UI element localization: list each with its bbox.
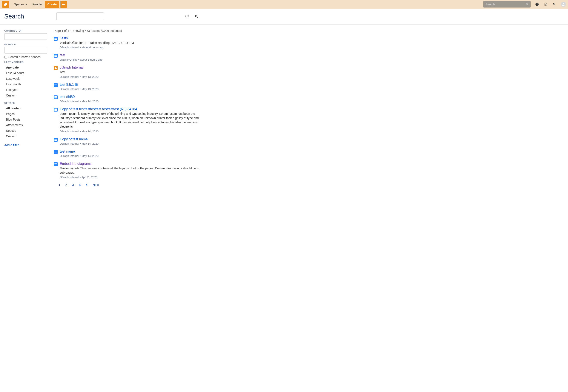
app-logo[interactable] [2,1,9,8]
filter-space-heading: In space [4,43,47,46]
result-snippet: Master layouts This diagram contains all… [60,166,204,175]
result-title-link[interactable]: Copy of test name [60,137,88,141]
filter-type-spaces[interactable]: Spaces [4,128,47,133]
page-icon [54,37,58,41]
search-help-icon[interactable]: ? [185,15,189,18]
search-result: TestsVertical Offset for p: -- Table Han… [54,36,204,49]
result-title-link[interactable]: test [60,53,65,57]
title-bar: Search ? [0,9,568,22]
space-icon [54,66,58,70]
page-title: Search [4,13,24,20]
result-meta: JGraph Internal • Apr 21, 2020 [60,176,204,179]
page-icon [54,108,58,112]
user-avatar[interactable] [561,2,566,7]
filter-type-attach[interactable]: Attachments [4,122,47,128]
filter-modified-heading: Last modified [4,61,47,63]
page-3[interactable]: 3 [72,183,74,187]
top-navigation: Spaces People Create ••• ? [0,0,568,9]
help-button[interactable]: ? [535,2,539,6]
help-icon: ? [535,2,539,6]
search-result: test did80JGraph Internal • May 14, 2020 [54,95,204,103]
bell-icon [553,2,556,6]
filter-sidebar: Contributor In space Search archived spa… [4,29,47,187]
result-snippet: Vertical Offset for p: -- Table Handling… [60,41,204,45]
page-icon [54,54,58,57]
search-result: Embedded diagramsMaster layouts This dia… [54,162,204,179]
archived-checkbox-row[interactable]: Search archived spaces [4,55,47,59]
gear-icon [544,2,548,6]
filter-modified-list: Any date Last 24 hours Last week Last mo… [4,65,47,98]
filter-modified-year[interactable]: Last year [4,87,47,93]
create-more-button[interactable]: ••• [60,1,67,8]
results-list: TestsVertical Offset for p: -- Table Han… [54,36,204,179]
page-1[interactable]: 1 [58,183,60,187]
page-next[interactable]: Next [93,183,99,187]
search-submit-button[interactable] [195,15,198,18]
filter-type-pages[interactable]: Pages [4,111,47,117]
svg-point-5 [563,3,564,4]
page-icon [54,95,58,99]
filter-space-input[interactable] [4,47,47,54]
result-meta: draw.io Online • about 6 hours ago [60,58,204,61]
filter-modified-any[interactable]: Any date [4,65,47,70]
archived-checkbox[interactable] [4,56,7,58]
user-icon [562,2,565,6]
result-snippet: Lorem Ipsum is simply dummy text of the … [60,112,204,129]
search-result: JGraph InternalTest.JGraph Internal • Ma… [54,66,204,78]
result-meta: JGraph Internal • about 6 hours ago [60,46,204,49]
page-4[interactable]: 4 [79,183,81,187]
create-button[interactable]: Create [45,1,59,8]
svg-point-6 [195,15,197,17]
result-body: testdraw.io Online • about 6 hours ago [60,53,204,61]
logo-icon [4,2,8,6]
filter-type-all[interactable]: All content [4,106,47,111]
result-body: Copy of test testtesttesttest testtestte… [60,107,204,133]
result-meta: JGraph Internal • May 14, 2020 [60,154,204,157]
result-body: Copy of test nameJGraph Internal • May 1… [60,137,204,145]
result-body: Embedded diagramsMaster layouts This dia… [60,162,204,179]
search-result: Copy of test testtesttesttest testtestte… [54,107,204,133]
nav-people[interactable]: People [30,1,44,7]
search-icon [525,3,528,6]
filter-contributor-input[interactable] [4,33,47,40]
svg-line-7 [197,17,198,18]
filter-type-custom[interactable]: Custom [4,133,47,139]
filter-contributor-heading: Contributor [4,29,47,32]
page-2[interactable]: 2 [65,183,67,187]
filter-type-list: All content Pages Blog Posts Attachments… [4,106,47,139]
result-title-link[interactable]: Embedded diagrams [60,162,92,166]
svg-point-4 [545,4,546,5]
result-title-link[interactable]: Tests [60,36,68,40]
filter-modified-month[interactable]: Last month [4,82,47,87]
page-5[interactable]: 5 [86,183,87,187]
filter-type-heading: Of type [4,102,47,104]
filter-type-blog[interactable]: Blog Posts [4,117,47,122]
page-search-input[interactable] [56,13,104,20]
result-title-link[interactable]: test 8.5.1 IE [60,83,78,86]
svg-point-0 [526,3,527,5]
result-body: TestsVertical Offset for p: -- Table Han… [60,36,204,49]
filter-modified-custom[interactable]: Custom [4,93,47,98]
result-body: test nameJGraph Internal • May 14, 2020 [60,150,204,157]
result-title-link[interactable]: test did80 [60,95,75,99]
results-meta: Page 1 of 47. Showing 463 results (0.006… [54,29,204,32]
result-meta: JGraph Internal • May 14, 2020 [60,130,204,133]
settings-button[interactable] [543,2,548,6]
result-body: test did80JGraph Internal • May 14, 2020 [60,95,204,103]
filter-modified-week[interactable]: Last week [4,76,47,82]
svg-line-1 [527,5,528,6]
result-title-link[interactable]: JGraph Internal [60,66,84,69]
add-filter-link[interactable]: Add a filter [4,142,47,148]
page-icon [54,162,58,166]
chevron-down-icon [25,3,27,5]
result-title-link[interactable]: test name [60,150,75,153]
search-result: testdraw.io Online • about 6 hours ago [54,53,204,61]
result-title-link[interactable]: Copy of test testtesttesttest testtestte… [60,107,137,111]
search-result: Copy of test nameJGraph Internal • May 1… [54,137,204,145]
nav-spaces[interactable]: Spaces [12,1,29,7]
filter-modified-24h[interactable]: Last 24 hours [4,70,47,76]
notifications-button[interactable] [552,2,556,6]
search-result: test 8.5.1 IEJGraph Internal • May 13, 2… [54,83,204,91]
results-area: Page 1 of 47. Showing 463 results (0.006… [54,29,204,187]
global-search-input[interactable] [483,1,531,8]
